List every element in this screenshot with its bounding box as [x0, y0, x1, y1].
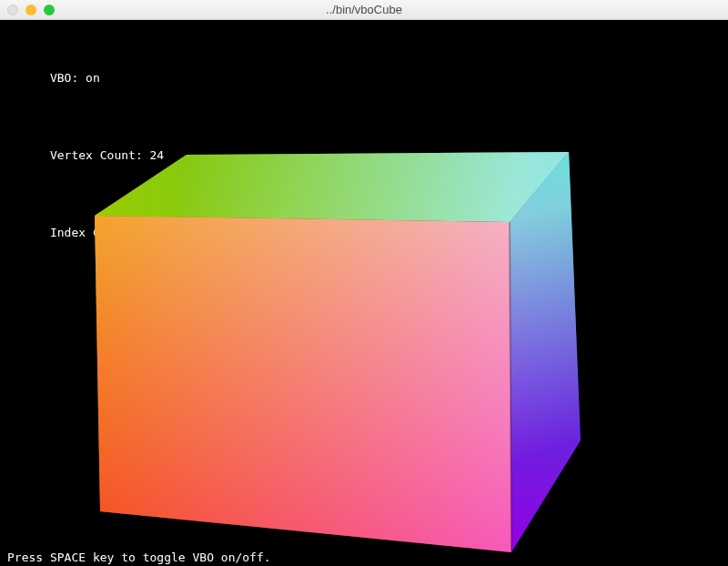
cube-top-face [95, 152, 569, 222]
cube-right-face [510, 152, 581, 552]
traffic-lights [0, 5, 55, 15]
maximize-icon[interactable] [44, 5, 55, 15]
cube-edge [510, 222, 511, 552]
hud-index-value: 36 [143, 226, 157, 239]
rgb-cube [82, 84, 646, 557]
window-title: ../bin/vboCube [0, 3, 728, 16]
cube-top-face [95, 152, 569, 222]
hud-vertex-value: 24 [150, 148, 165, 162]
window-titlebar: ../bin/vboCube [0, 0, 728, 20]
opengl-viewport[interactable]: VBO: on Vertex Count: 24 Index Count: 36 [0, 20, 728, 566]
close-icon[interactable] [7, 5, 18, 15]
hud-vertex-label: Vertex Count: [50, 148, 143, 162]
footer-hint: Press SPACE key to toggle VBO on/off. [7, 551, 271, 564]
hud-vbo-label: VBO: [50, 71, 78, 85]
hud-vbo-value: on [86, 71, 100, 85]
hud-overlay: VBO: on Vertex Count: 24 Index Count: 36 [7, 24, 164, 287]
hud-index-label: Index Count: [50, 226, 136, 239]
cube-right-face [510, 152, 581, 552]
minimize-icon[interactable] [25, 5, 36, 15]
